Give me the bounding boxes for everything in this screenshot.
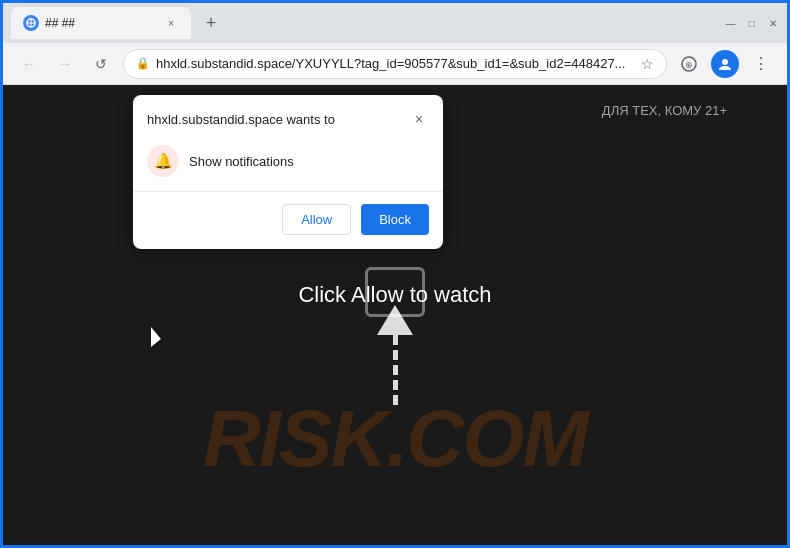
forward-button[interactable]: → (51, 50, 79, 78)
lock-icon: 🔒 (136, 57, 150, 70)
svg-text:⊕: ⊕ (685, 60, 693, 70)
page-content: ДЛЯ ТЕХ, КОМУ 21+ Click Allow to watch r… (3, 85, 787, 545)
arrow-overlay (377, 305, 413, 405)
dash-5 (393, 395, 398, 405)
dash-3 (393, 365, 398, 375)
tab-favicon-icon (23, 15, 39, 31)
watermark-text: risk.com (3, 393, 787, 485)
allow-button[interactable]: Allow (282, 204, 351, 235)
star-icon[interactable]: ☆ (641, 56, 654, 72)
tab-title: ## ## (45, 16, 157, 30)
tab-close-button[interactable]: × (163, 15, 179, 31)
show-notifications-text: Show notifications (189, 154, 294, 169)
popup-divider (133, 191, 443, 192)
minimize-button[interactable]: — (724, 17, 737, 30)
popup-buttons: Allow Block (133, 204, 443, 249)
menu-icon[interactable]: ⋮ (747, 50, 775, 78)
download-icon[interactable]: ⊕ (675, 50, 703, 78)
popup-title: hhxld.substandid.space wants to (147, 112, 335, 127)
url-text: hhxld.substandid.space/YXUYYLL?tag_id=90… (156, 56, 635, 71)
profile-icon[interactable] (711, 50, 739, 78)
dash-4 (393, 380, 398, 390)
dash-1 (393, 335, 398, 345)
title-bar: ## ## × + — □ ✕ (3, 3, 787, 43)
popup-header: hhxld.substandid.space wants to × (133, 95, 443, 139)
russian-text: ДЛЯ ТЕХ, КОМУ 21+ (602, 103, 727, 118)
bell-icon: 🔔 (154, 152, 173, 170)
address-bar: ← → ↺ 🔒 hhxld.substandid.space/YXUYYLL?t… (3, 43, 787, 85)
popup-notification-row: 🔔 Show notifications (133, 139, 443, 191)
popup-close-button[interactable]: × (409, 109, 429, 129)
bell-icon-wrap: 🔔 (147, 145, 179, 177)
browser-tab[interactable]: ## ## × (11, 7, 191, 39)
browser-window: ## ## × + — □ ✕ ← → ↺ 🔒 hhxld.substandid… (0, 0, 790, 548)
block-button[interactable]: Block (361, 204, 429, 235)
back-button[interactable]: ← (15, 50, 43, 78)
new-tab-button[interactable]: + (197, 9, 225, 37)
close-button[interactable]: ✕ (766, 17, 779, 30)
reload-button[interactable]: ↺ (87, 50, 115, 78)
window-controls: — □ ✕ (724, 17, 779, 30)
notification-popup: hhxld.substandid.space wants to × 🔔 Show… (133, 95, 443, 249)
svg-point-5 (722, 59, 728, 65)
url-bar[interactable]: 🔒 hhxld.substandid.space/YXUYYLL?tag_id=… (123, 49, 667, 79)
dash-2 (393, 350, 398, 360)
maximize-button[interactable]: □ (745, 17, 758, 30)
arrow-dash (393, 335, 398, 405)
arrow-up-icon (377, 305, 413, 335)
